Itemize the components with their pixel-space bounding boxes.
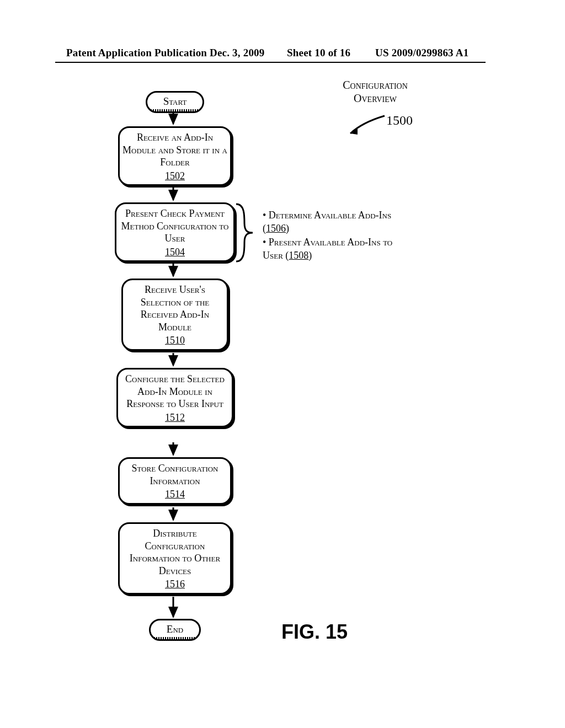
sheet-number: Sheet 10 of 16 <box>287 47 350 59</box>
flow-step-1514-ref: 1514 <box>122 488 228 501</box>
flow-step-1514: Store Configuration Information 1514 <box>118 457 232 505</box>
flow-step-1502-text: Receive an Add-In Module and Store it in… <box>122 132 227 168</box>
side-notes: • Determine Available Add-Ins (1506) • P… <box>254 208 406 262</box>
flow-end: End <box>149 619 201 641</box>
flow-step-1516: Distribute Configuration Information to … <box>118 522 232 595</box>
header-rule <box>55 62 486 63</box>
flow-step-1504: Present Check Payment Method Configurati… <box>115 202 235 262</box>
overview-line1: Configuration <box>343 79 408 91</box>
flow-step-1512-ref: 1512 <box>120 411 230 424</box>
flow-step-1502: Receive an Add-In Module and Store it in… <box>118 126 232 186</box>
flow-start: Start <box>146 91 204 113</box>
flow-step-1516-ref: 1516 <box>122 578 228 591</box>
overview-title: Configuration Overview <box>328 78 422 105</box>
flow-step-1510: Receive User's Selection of the Received… <box>121 279 228 351</box>
patent-page: Patent Application Publication Dec. 3, 2… <box>0 0 565 728</box>
flow-step-1510-ref: 1510 <box>125 334 225 347</box>
svg-marker-7 <box>350 128 358 135</box>
flow-step-1504-ref: 1504 <box>119 246 231 259</box>
figure-ref-1500: 1500 <box>386 113 413 128</box>
flow-end-label: End <box>167 623 183 635</box>
flow-start-label: Start <box>163 95 187 107</box>
document-number: US 2009/0299863 A1 <box>375 47 468 59</box>
flow-step-1516-text: Distribute Configuration Information to … <box>130 528 220 576</box>
side-note-1506: • Determine Available Add-Ins (1506) <box>263 208 406 235</box>
flow-step-1512-text: Configure the Selected Add-In Module in … <box>125 373 225 409</box>
diagram-svg <box>0 72 565 678</box>
flow-step-1510-text: Receive User's Selection of the Received… <box>141 284 209 333</box>
publication-date: Dec. 3, 2009 <box>210 47 265 59</box>
flow-step-1512: Configure the Selected Add-In Module in … <box>116 368 233 427</box>
flow-step-1502-ref: 1502 <box>122 170 228 183</box>
figure-label: FIG. 15 <box>281 620 348 644</box>
flow-step-1514-text: Store Configuration Information <box>132 463 218 486</box>
publication-label: Patent Application Publication <box>66 47 207 59</box>
side-note-1508: • Present Available Add-Ins to User (150… <box>263 235 406 263</box>
overview-line2: Overview <box>354 92 397 104</box>
flow-step-1504-text: Present Check Payment Method Configurati… <box>121 208 229 244</box>
